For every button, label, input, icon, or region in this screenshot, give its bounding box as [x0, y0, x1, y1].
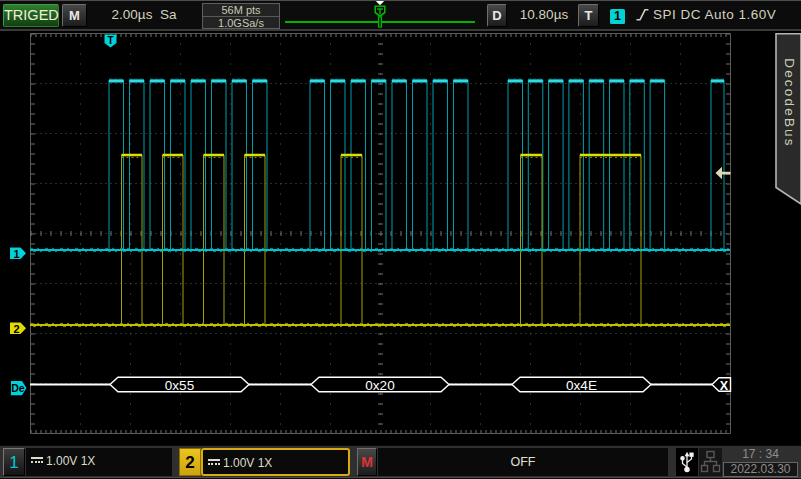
svg-text:0x4E: 0x4E: [566, 378, 597, 393]
svg-text:X: X: [720, 379, 729, 393]
svg-text:DecodeBus: DecodeBus: [782, 58, 797, 148]
svg-text:T: T: [107, 35, 113, 46]
svg-text:2: 2: [13, 323, 19, 335]
svg-text:De: De: [11, 382, 25, 394]
svg-text:0x55: 0x55: [165, 378, 194, 393]
svg-text:1: 1: [13, 248, 19, 260]
svg-text:0x20: 0x20: [365, 378, 394, 393]
